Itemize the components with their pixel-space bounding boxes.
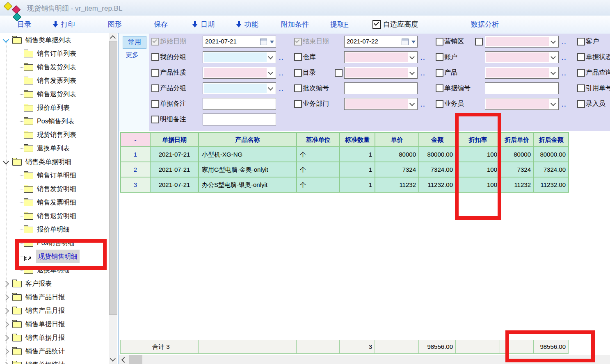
function-menu-button[interactable]: 功能 <box>236 20 258 29</box>
cell-price[interactable]: 7324 <box>375 162 419 177</box>
chevron-right-icon[interactable] <box>3 281 9 287</box>
product-nature-select[interactable] <box>203 67 276 79</box>
catalog-select[interactable] <box>344 67 418 79</box>
doc-no-checkbox[interactable] <box>436 84 443 92</box>
cell-disc-amount[interactable]: 80000.00 <box>534 147 569 162</box>
ellipsis-button[interactable]: .. <box>279 85 284 92</box>
cell-qty[interactable]: 1 <box>340 177 375 193</box>
sidebar-group-doc-daily[interactable]: 销售单据日报 <box>0 317 109 331</box>
chevron-right-icon[interactable] <box>3 362 9 364</box>
dropdown-arrow-icon[interactable] <box>270 41 274 46</box>
ellipsis-button[interactable]: .. <box>420 54 425 61</box>
sidebar-item-sales-invoice-detail[interactable]: 销售发票明细 <box>0 196 109 209</box>
cell-disc-price[interactable]: 7324 <box>500 162 534 177</box>
column-header-disc-price[interactable]: 折后单价 <box>500 133 534 147</box>
sidebar-group-customer-reports[interactable]: 客户报表 <box>0 277 109 290</box>
sidebar-group-sales-doc-lists[interactable]: 销售类单据列表 <box>0 33 109 47</box>
cell-product[interactable]: 办公S型电脑-银奥-onlyit <box>199 177 297 193</box>
doc-no-input[interactable] <box>485 82 559 94</box>
graph-button[interactable]: 图形 <box>108 20 122 29</box>
end-date-checkbox[interactable] <box>294 38 302 46</box>
row-number[interactable]: 3 <box>121 177 151 193</box>
cell-product[interactable]: 小型机-XG-NG <box>199 147 297 162</box>
doc-remark-input[interactable] <box>203 98 276 110</box>
batch-no-checkbox[interactable] <box>294 84 302 92</box>
column-header-disc-amount[interactable]: 折后金额 <box>534 133 569 147</box>
detail-remark-input[interactable] <box>203 114 276 125</box>
ellipsis-button[interactable]: .. <box>279 54 284 61</box>
calendar-icon[interactable] <box>260 39 267 45</box>
column-header-price[interactable]: 单价 <box>375 133 419 147</box>
warehouse-select[interactable] <box>344 51 418 63</box>
column-header-unit[interactable]: 基准单位 <box>297 133 340 147</box>
cell-product[interactable]: 家用G型电脑-金奥-onlyit <box>199 162 297 177</box>
column-header-amount[interactable]: 金额 <box>419 133 456 147</box>
cell-unit[interactable]: 个 <box>297 147 340 162</box>
batch-no-input[interactable] <box>344 82 418 94</box>
cell-date[interactable]: 2021-07-21 <box>151 162 199 177</box>
cell-amount[interactable]: 11232.00 <box>419 177 456 193</box>
product-nature-checkbox[interactable] <box>151 69 159 77</box>
my-group-select[interactable] <box>203 51 276 63</box>
ellipsis-button[interactable]: .. <box>420 70 425 77</box>
catalog-extra-checkbox[interactable] <box>335 69 343 77</box>
business-dept-checkbox[interactable] <box>294 100 302 108</box>
column-header-qty[interactable]: 标准数量 <box>340 133 375 147</box>
cell-disc-price[interactable]: 80000 <box>500 147 534 162</box>
cell-price[interactable]: 11232 <box>375 177 419 193</box>
chevron-down-icon[interactable] <box>3 36 9 43</box>
chevron-right-icon[interactable] <box>3 308 9 314</box>
ellipsis-button[interactable]: .. <box>420 101 425 108</box>
entry-clerk-checkbox[interactable] <box>577 100 585 108</box>
sidebar-group-doc-stats[interactable]: 销售单据统计 <box>0 358 109 364</box>
marketing-area-checkbox[interactable] <box>436 38 443 46</box>
product-group-checkbox[interactable] <box>151 84 159 92</box>
cell-disc-amount[interactable]: 7324.00 <box>534 162 569 177</box>
product-select[interactable] <box>485 67 559 79</box>
sidebar-item-sales-order-list[interactable]: 销售订单列表 <box>0 47 109 60</box>
print-button[interactable]: 打印 <box>53 20 75 29</box>
sidebar-scrollbar[interactable] <box>109 33 117 364</box>
chevron-right-icon[interactable] <box>3 348 9 355</box>
cell-unit[interactable]: 个 <box>297 177 340 193</box>
sidebar-item-spot-sales-list[interactable]: 现货销售列表 <box>0 128 109 141</box>
cell-date[interactable]: 2021-07-21 <box>151 177 199 193</box>
start-date-input[interactable]: 2021-07-21 <box>203 36 276 48</box>
start-date-checkbox[interactable] <box>151 38 159 46</box>
account-checkbox[interactable] <box>436 53 443 61</box>
marketing-area-extra-checkbox[interactable] <box>475 38 483 46</box>
sidebar-item-sales-return-list[interactable]: 销售退货列表 <box>0 87 109 101</box>
ref-doc-checkbox[interactable] <box>577 84 585 92</box>
account-select[interactable] <box>485 51 559 63</box>
ellipsis-button[interactable]: .. <box>562 39 567 46</box>
cell-amount[interactable]: 80000.00 <box>419 147 456 162</box>
row-number[interactable]: 1 <box>121 147 151 162</box>
ellipsis-button[interactable]: .. <box>562 70 567 77</box>
sidebar-item-quotation-detail[interactable]: 报价单明细 <box>0 223 109 236</box>
date-menu-button[interactable]: 日期 <box>192 20 215 29</box>
end-date-input[interactable]: 2021-07-22 <box>344 36 418 48</box>
product-group-select[interactable] <box>203 82 276 94</box>
detail-remark-checkbox[interactable] <box>151 116 159 123</box>
scrollbar-thumb[interactable] <box>129 355 142 364</box>
sidebar-item-sales-shipment-detail[interactable]: 销售发货明细 <box>0 182 109 196</box>
sidebar-group-product-monthly[interactable]: 销售产品月报 <box>0 304 109 317</box>
chevron-down-icon[interactable] <box>3 158 9 165</box>
marketing-area-select[interactable] <box>485 36 559 48</box>
common-filters-tab[interactable]: 常用 <box>123 36 146 49</box>
cell-date[interactable]: 2021-07-21 <box>151 147 199 162</box>
scrollbar-thumb[interactable] <box>109 41 117 315</box>
calendar-icon[interactable] <box>402 39 409 45</box>
cell-qty[interactable]: 1 <box>340 147 375 162</box>
sidebar-group-product-daily[interactable]: 销售产品日报 <box>0 290 109 304</box>
row-number[interactable]: 2 <box>121 162 151 177</box>
column-header[interactable]: - <box>121 133 151 147</box>
column-header-product[interactable]: 产品名称 <box>199 133 297 147</box>
dropdown-arrow-icon[interactable] <box>411 41 416 46</box>
extract-button[interactable]: 提取F <box>330 20 348 29</box>
salesman-select[interactable] <box>485 98 559 110</box>
doc-remark-checkbox[interactable] <box>151 100 159 108</box>
catalog-checkbox[interactable] <box>294 69 302 77</box>
cell-disc-amount[interactable]: 11232.00 <box>534 177 569 193</box>
sidebar-item-sales-order-detail[interactable]: 销售订单明细 <box>0 168 109 182</box>
